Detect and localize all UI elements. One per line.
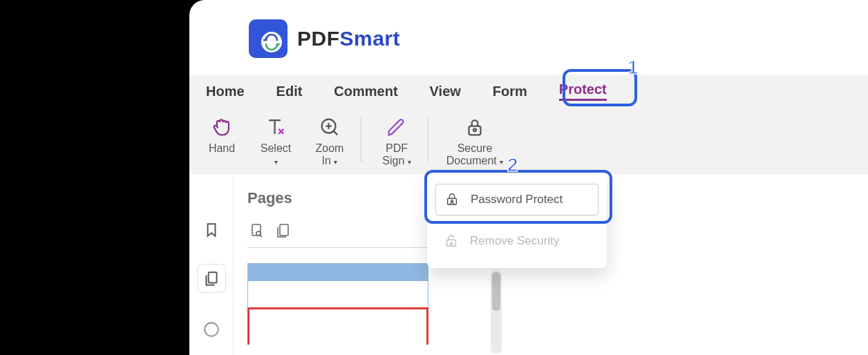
pages-icon [202, 269, 220, 287]
brand-bold: PDF [297, 27, 340, 50]
svg-rect-1 [469, 126, 481, 135]
tab-protect[interactable]: Protect [559, 81, 607, 101]
secure-document-dropdown: Password Protect Remove Security [427, 173, 607, 268]
pencil-icon [383, 113, 411, 141]
tab-edit[interactable]: Edit [276, 84, 303, 99]
ribbon-toolbar: Hand Select▾ ZoomIn ▾ PDFSign ▾ Se [189, 108, 868, 174]
menu-remove-security[interactable]: Remove Security [435, 225, 598, 257]
side-rail [189, 174, 234, 355]
tool-pdf-sign-label: PDFSign ▾ [382, 142, 411, 168]
lock-remove-icon [444, 233, 459, 249]
tool-hand-label: Hand [209, 142, 235, 155]
page-thumbnail[interactable] [247, 263, 428, 345]
tool-hand[interactable]: Hand [195, 113, 249, 155]
svg-rect-7 [280, 224, 288, 236]
page-action-2[interactable] [275, 222, 292, 242]
svg-point-9 [451, 200, 453, 202]
brand-accent: Smart [340, 27, 401, 50]
tool-secure-doc-label: SecureDocument ▾ [446, 142, 503, 168]
tab-view[interactable]: View [430, 84, 461, 99]
thumbnail-selection [247, 307, 428, 345]
thumbnail-header [247, 263, 428, 281]
tool-secure-document[interactable]: SecureDocument ▾ [437, 113, 513, 168]
menu-remove-security-label: Remove Security [470, 234, 559, 248]
pages-rail-button[interactable] [197, 264, 226, 293]
thumbnail-body [247, 281, 428, 307]
svg-point-4 [205, 323, 218, 336]
svg-rect-3 [208, 272, 216, 282]
zoom-in-icon [316, 113, 343, 141]
lock-person-icon [444, 192, 460, 207]
document-scrollbar[interactable] [491, 271, 502, 354]
select-text-icon [262, 113, 290, 141]
menu-password-protect[interactable]: Password Protect [435, 184, 598, 215]
svg-point-2 [473, 128, 476, 131]
comment-icon [202, 320, 220, 338]
ribbon-separator [428, 117, 428, 162]
menu-password-protect-label: Password Protect [471, 193, 563, 207]
ribbon-separator [361, 117, 361, 162]
tool-zoom-label: ZoomIn ▾ [316, 142, 344, 168]
comments-rail-button[interactable] [197, 315, 226, 344]
tool-select-label: Select▾ [261, 142, 291, 168]
page-action-1[interactable] [249, 222, 265, 242]
brand-title: PDFSmart [297, 27, 400, 50]
tool-pdf-sign[interactable]: PDFSign ▾ [370, 113, 424, 168]
tool-zoom-in[interactable]: ZoomIn ▾ [303, 113, 357, 168]
tab-form[interactable]: Form [493, 84, 527, 99]
tab-bar: Home Edit Comment View Form Protect [189, 75, 868, 108]
tool-select[interactable]: Select▾ [249, 113, 303, 168]
bookmark-rail-button[interactable] [197, 215, 226, 244]
app-window: PDFSmart Home Edit Comment View Form Pro… [189, 0, 868, 355]
page-stack-icon [275, 222, 292, 239]
page-search-icon [249, 222, 265, 239]
brand-logo-icon [249, 19, 287, 58]
brand-bar: PDFSmart [189, 0, 868, 75]
scrollbar-thumb[interactable] [492, 272, 500, 311]
tab-home[interactable]: Home [206, 84, 245, 99]
tab-comment[interactable]: Comment [334, 84, 397, 99]
hand-icon [208, 113, 236, 141]
lock-icon [461, 113, 489, 141]
bookmark-icon [202, 221, 220, 239]
